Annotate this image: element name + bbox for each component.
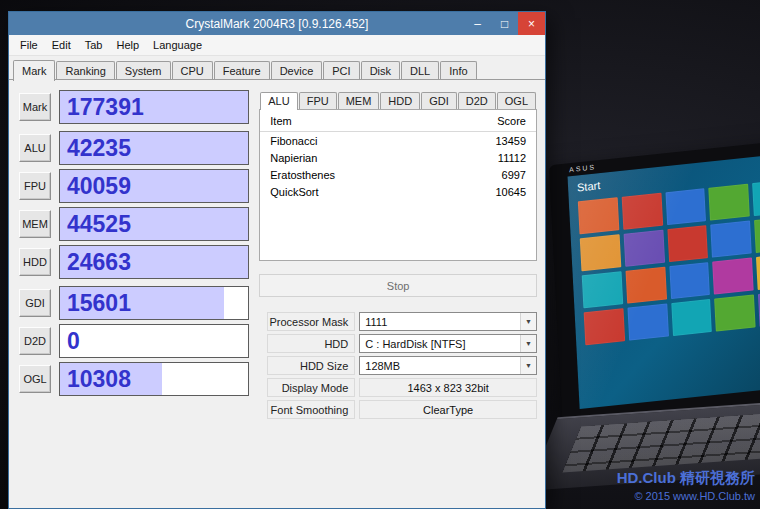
display-mode-value: 1463 x 823 32bit [359, 378, 537, 397]
main-tabstrip: Mark Ranking System CPU Feature Device P… [9, 56, 545, 80]
result-label-fpu: FPU [19, 172, 51, 200]
result-value-mark: 177391 [60, 94, 144, 121]
result-label-alu: ALU [19, 134, 51, 162]
result-box-gdi: 15601 [59, 286, 249, 320]
setting-row-hdd: HDD C : HardDisk [NTFS] ▼ [267, 334, 537, 353]
menu-file[interactable]: File [13, 36, 45, 54]
score-row-eratosthenes: Eratosthenes 6997 [260, 166, 536, 183]
titlebar[interactable]: CrystalMark 2004R3 [0.9.126.452] – □ × [9, 12, 545, 35]
result-value-mem: 44525 [60, 211, 131, 238]
menu-tab[interactable]: Tab [78, 36, 110, 54]
crystalmark-window: CrystalMark 2004R3 [0.9.126.452] – □ × F… [8, 11, 546, 509]
score-row-quicksort: QuickSort 10645 [260, 183, 536, 200]
menubar: File Edit Tab Help Language [9, 35, 545, 56]
result-box-hdd: 24663 [59, 245, 249, 279]
close-icon: × [528, 17, 535, 31]
tab-disk[interactable]: Disk [361, 61, 400, 80]
result-box-alu: 42235 [59, 131, 249, 165]
result-label-mem: MEM [19, 210, 51, 238]
result-row-fpu: FPU 40059 [19, 169, 249, 203]
tab-cpu[interactable]: CPU [172, 61, 213, 80]
subtab-gdi[interactable]: GDI [421, 92, 457, 109]
score-item: Fibonacci [270, 135, 317, 147]
setting-row-display-mode: Display Mode 1463 x 823 32bit [267, 378, 537, 397]
processor-mask-value: 1111 [360, 316, 520, 328]
tab-mark[interactable]: Mark [13, 60, 55, 81]
watermark-copyright: © 2015 www.HD.Club.tw [617, 490, 755, 502]
result-value-alu: 42235 [60, 135, 131, 162]
setting-row-font-smoothing: Font Smoothing ClearType [267, 400, 537, 419]
chevron-down-icon: ▼ [520, 335, 536, 352]
hdd-label: HDD [267, 334, 355, 353]
result-value-fpu: 40059 [60, 173, 131, 200]
result-value-ogl: 10308 [60, 366, 131, 393]
tab-system[interactable]: System [116, 61, 171, 80]
setting-row-hdd-size: HDD Size 128MB ▼ [267, 356, 537, 375]
result-label-hdd: HDD [19, 248, 51, 276]
hdd-size-select[interactable]: 128MB ▼ [359, 356, 537, 375]
maximize-icon: □ [501, 17, 508, 31]
maximize-button[interactable]: □ [491, 12, 518, 35]
asus-logo: ASUS [569, 163, 596, 173]
menu-language[interactable]: Language [146, 36, 209, 54]
tab-dll[interactable]: DLL [401, 61, 439, 80]
score-list: Item Score Fibonacci 13459 Napierian 111… [259, 109, 537, 261]
subtab-alu[interactable]: ALU [260, 92, 297, 110]
score-value: 13459 [495, 135, 526, 147]
menu-edit[interactable]: Edit [45, 36, 78, 54]
result-label-mark: Mark [19, 93, 51, 121]
subtab-hdd[interactable]: HDD [380, 92, 420, 109]
chevron-down-icon: ▼ [520, 313, 536, 330]
tab-feature[interactable]: Feature [214, 61, 270, 80]
result-label-gdi: GDI [19, 289, 51, 317]
result-row-mark: Mark 177391 [19, 90, 249, 124]
result-box-fpu: 40059 [59, 169, 249, 203]
result-label-ogl: OGL [19, 365, 51, 393]
start-screen-label: Start [577, 179, 601, 193]
column-score: Score [497, 115, 526, 127]
watermark: HD.Club 精研視務所 © 2015 www.HD.Club.tw [617, 469, 755, 502]
caption-buttons: – □ × [464, 12, 545, 35]
menu-help[interactable]: Help [109, 36, 146, 54]
score-row-napierian: Napierian 11112 [260, 149, 536, 166]
tab-pci[interactable]: PCI [323, 61, 359, 80]
result-row-gdi: GDI 15601 [19, 286, 249, 320]
display-mode-label: Display Mode [267, 378, 355, 397]
minimize-button[interactable]: – [464, 12, 491, 35]
chevron-down-icon: ▼ [520, 357, 536, 374]
result-value-d2d: 0 [60, 328, 80, 355]
score-value: 10645 [495, 186, 526, 198]
result-box-ogl: 10308 [59, 362, 249, 396]
tab-info[interactable]: Info [440, 61, 476, 80]
subtab-fpu[interactable]: FPU [299, 92, 337, 109]
minimize-icon: – [474, 17, 481, 31]
subtab-d2d[interactable]: D2D [458, 92, 496, 109]
hdd-select[interactable]: C : HardDisk [NTFS] ▼ [359, 334, 537, 353]
close-button[interactable]: × [518, 12, 545, 35]
start-screen: Start [567, 152, 760, 409]
subtab-ogl[interactable]: OGL [497, 92, 536, 109]
results-column: Mark 177391 ALU 42235 FPU 40059 [19, 90, 249, 500]
processor-mask-select[interactable]: 1111 ▼ [359, 312, 537, 331]
result-box-mark: 177391 [59, 90, 249, 124]
subtab-mem[interactable]: MEM [338, 92, 380, 109]
detail-tabstrip: ALU FPU MEM HDD GDI D2D OGL [259, 90, 537, 109]
start-screen-tiles [578, 179, 760, 345]
result-row-hdd: HDD 24663 [19, 245, 249, 279]
score-item: QuickSort [270, 186, 318, 198]
tab-ranking[interactable]: Ranking [56, 61, 114, 80]
result-value-hdd: 24663 [60, 249, 131, 276]
score-item: Napierian [270, 152, 317, 164]
score-item: Eratosthenes [270, 169, 335, 181]
hdd-size-label: HDD Size [267, 356, 355, 375]
font-smoothing-value: ClearType [359, 400, 537, 419]
hdd-size-value: 128MB [360, 360, 520, 372]
column-item: Item [270, 115, 291, 127]
stop-button[interactable]: Stop [259, 274, 537, 297]
tab-device[interactable]: Device [271, 61, 323, 80]
result-row-ogl: OGL 10308 [19, 362, 249, 396]
result-box-d2d: 0 [59, 324, 249, 358]
result-row-mem: MEM 44525 [19, 207, 249, 241]
result-label-d2d: D2D [19, 327, 51, 355]
keyboard-keys [562, 407, 760, 473]
